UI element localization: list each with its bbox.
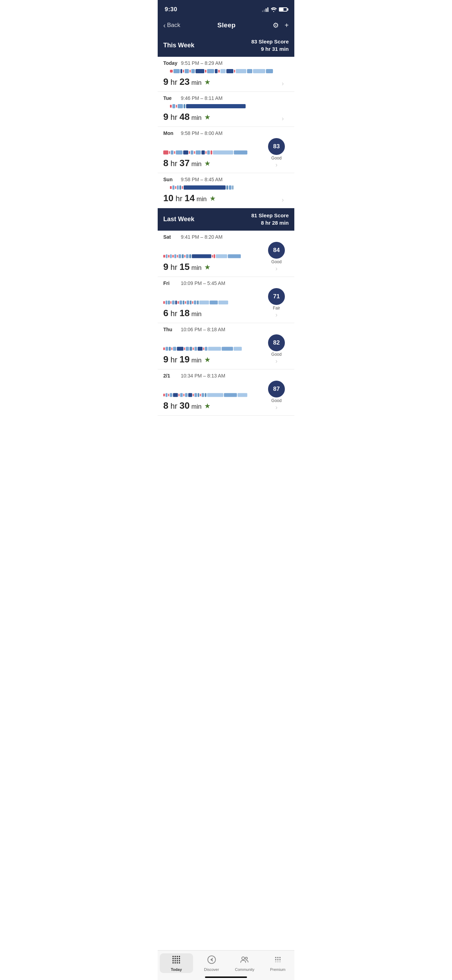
last-week-header: Last Week 81 Sleep Score 8 hr 28 min	[158, 208, 294, 231]
svg-rect-68	[163, 301, 165, 304]
status-bar: 9:30	[158, 0, 294, 18]
entry-day: Mon	[163, 130, 177, 136]
sleep-entry-mon[interactable]: Mon 9:58 PM – 8:00 AM	[158, 127, 294, 173]
svg-rect-25	[163, 150, 168, 154]
svg-rect-2	[180, 69, 182, 73]
sleep-entry-sun[interactable]: Sun 9:58 PM – 8:45 AM 10 hr 14	[158, 173, 294, 208]
svg-rect-40	[234, 150, 247, 154]
svg-rect-26	[169, 151, 170, 154]
svg-rect-46	[182, 186, 183, 189]
sleep-entry-thu[interactable]: Thu 10:06 PM – 8:18 AM	[158, 323, 294, 369]
svg-rect-92	[184, 347, 185, 350]
entry-time: 9:58 PM – 8:45 AM	[181, 177, 223, 182]
svg-rect-116	[200, 394, 201, 396]
svg-rect-4	[185, 69, 189, 73]
status-time: 9:30	[165, 6, 177, 13]
entry-day: Thu	[163, 327, 177, 332]
svg-rect-93	[186, 347, 189, 350]
sleep-bar-sat	[163, 253, 254, 259]
svg-rect-32	[191, 150, 193, 154]
svg-rect-39	[213, 150, 233, 154]
entry-time: 9:41 PM – 8:20 AM	[181, 234, 223, 240]
svg-rect-3	[183, 70, 184, 73]
svg-rect-119	[207, 393, 223, 397]
svg-rect-85	[218, 301, 228, 304]
svg-rect-117	[202, 393, 204, 397]
page-title: Sleep	[217, 21, 236, 29]
back-button[interactable]: ‹ Back	[163, 21, 180, 29]
svg-rect-5	[189, 70, 191, 73]
last-week-stats: 81 Sleep Score 8 hr 28 min	[251, 212, 289, 226]
entry-day: Fri	[163, 280, 177, 286]
chevron-right-icon: ›	[275, 404, 277, 411]
svg-rect-115	[197, 393, 199, 397]
svg-rect-21	[176, 105, 177, 108]
svg-rect-1	[173, 69, 180, 73]
svg-rect-71	[170, 301, 171, 304]
svg-rect-11	[218, 70, 220, 73]
entry-day: Tue	[163, 95, 177, 101]
sleep-score-circle: 83	[268, 138, 285, 155]
entry-duration: 9 hr 48 min ★	[163, 111, 282, 123]
svg-rect-77	[185, 301, 186, 304]
svg-rect-56	[174, 254, 176, 258]
svg-rect-23	[184, 104, 185, 108]
svg-rect-52	[166, 254, 167, 258]
star-icon: ★	[204, 113, 210, 121]
sleep-bar-tue	[163, 103, 282, 109]
svg-rect-88	[169, 347, 171, 350]
star-icon: ★	[210, 194, 216, 203]
svg-rect-49	[229, 185, 232, 189]
wifi-icon	[271, 7, 277, 12]
sleep-bar-sun	[163, 185, 282, 191]
sleep-entry-sat[interactable]: Sat 9:41 PM – 8:20 AM	[158, 231, 294, 277]
entry-day: Sun	[163, 177, 177, 182]
svg-rect-108	[179, 394, 180, 396]
entry-day: 2/1	[163, 373, 177, 379]
sleep-entry-fri[interactable]: Fri 10:09 PM – 5:45 AM	[158, 277, 294, 323]
last-week-duration: 8 hr 28 min	[251, 219, 289, 226]
svg-rect-41	[170, 186, 172, 189]
entry-duration: 8 hr 30 min ★	[163, 400, 264, 411]
sleep-bar-mon	[163, 149, 251, 156]
svg-rect-8	[205, 70, 206, 73]
svg-rect-60	[184, 255, 185, 257]
sleep-entry-feb1[interactable]: 2/1 10:34 PM – 8:13 AM	[158, 369, 294, 416]
this-week-score: 83 Sleep Score	[251, 38, 289, 45]
sleep-score-label: Good	[271, 398, 282, 403]
sleep-bar-today	[163, 68, 282, 74]
sleep-bar-fri	[163, 299, 254, 305]
svg-rect-13	[226, 69, 233, 73]
svg-rect-94	[189, 347, 192, 350]
svg-rect-53	[168, 255, 170, 257]
svg-rect-59	[182, 254, 184, 258]
svg-rect-97	[197, 347, 202, 350]
svg-rect-42	[172, 185, 175, 189]
svg-rect-65	[213, 254, 215, 258]
svg-rect-112	[188, 393, 192, 397]
svg-rect-18	[266, 69, 273, 73]
sleep-entry-tue[interactable]: Tue 9:46 PM – 8:11 AM 9 hr 48 min ★	[158, 92, 294, 127]
sleep-score-circle: 82	[268, 334, 285, 351]
svg-rect-105	[168, 394, 169, 396]
entry-day: Today	[163, 60, 177, 66]
svg-rect-102	[234, 347, 242, 350]
settings-icon[interactable]: ⚙	[272, 21, 279, 29]
sleep-entry-today[interactable]: Today 9:51 PM – 8:29 AM	[158, 57, 294, 92]
page-header: ‹ Back Sleep ⚙ +	[158, 18, 294, 34]
sleep-score-label: Good	[271, 259, 282, 264]
sleep-score-circle: 71	[268, 288, 285, 305]
svg-rect-33	[194, 151, 195, 154]
main-content: This Week 83 Sleep Score 9 hr 31 min Tod…	[158, 34, 294, 447]
svg-rect-72	[172, 301, 175, 304]
svg-rect-80	[192, 301, 193, 304]
entry-duration: 10 hr 14 min ★	[163, 193, 282, 204]
entry-duration: 8 hr 37 min ★	[163, 158, 264, 169]
svg-rect-121	[237, 393, 247, 397]
svg-rect-31	[189, 151, 190, 154]
svg-rect-89	[171, 347, 172, 350]
svg-rect-7	[196, 69, 204, 73]
svg-rect-104	[166, 393, 167, 397]
add-icon[interactable]: +	[285, 21, 289, 29]
svg-rect-82	[197, 301, 199, 304]
